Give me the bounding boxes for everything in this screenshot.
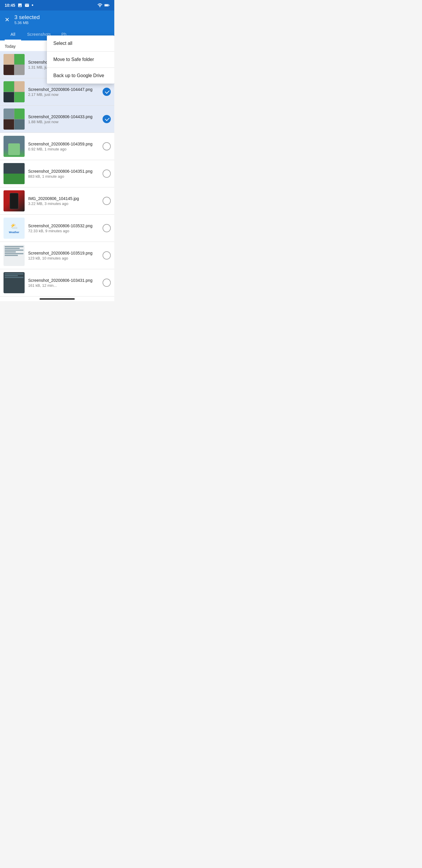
file-meta: 883 kB, 1 minute ago	[28, 174, 100, 179]
file-thumbnail	[3, 54, 25, 75]
file-meta: 123 kB, 10 minutes ago	[28, 256, 100, 260]
file-name: Screenshot_20200806-103532.png	[28, 223, 100, 228]
file-item[interactable]: IMG_20200806_104145.jpg 3.22 MB, 3 minut…	[0, 187, 114, 215]
file-thumbnail: ⛅ Weather	[3, 218, 25, 239]
file-meta: 1.88 MB, just now	[28, 120, 100, 124]
file-name: Screenshot_20200806-104447.png	[28, 87, 100, 92]
selection-count: 3 selected	[14, 14, 109, 21]
notification-dot: •	[32, 3, 33, 8]
selection-info: 3 selected 5.36 MB	[14, 14, 109, 25]
file-checkbox[interactable]	[103, 115, 111, 123]
file-item[interactable]: Screenshot_20200806-103431.png 161 kB, 1…	[0, 269, 114, 297]
file-item[interactable]: Screenshot_20200806-104433.png 1.88 MB, …	[0, 105, 114, 133]
battery-icon	[104, 3, 109, 7]
file-list: Screenshot_20200806-104500.png 1.31 MB, …	[0, 51, 114, 297]
toolbar-top: ✕ 3 selected 5.36 MB	[5, 14, 109, 29]
file-meta: 2.17 MB, just now	[28, 92, 100, 97]
dropdown-select-all[interactable]: Select all	[47, 35, 114, 51]
status-time: 10:45	[5, 3, 15, 8]
file-thumbnail	[3, 108, 25, 130]
file-info: IMG_20200806_104145.jpg 3.22 MB, 3 minut…	[28, 196, 100, 206]
file-checkbox[interactable]	[103, 224, 111, 232]
svg-rect-2	[109, 5, 109, 6]
nav-handle	[39, 298, 75, 300]
file-info: Screenshot_20200806-104447.png 2.17 MB, …	[28, 87, 100, 97]
file-name: Screenshot_20200806-104359.png	[28, 142, 100, 146]
status-right	[97, 3, 109, 7]
photo-icon	[18, 3, 22, 8]
file-checkbox[interactable]	[103, 197, 111, 205]
file-thumbnail	[3, 136, 25, 157]
close-button[interactable]: ✕	[5, 17, 10, 23]
file-info: Screenshot_20200806-104351.png 883 kB, 1…	[28, 169, 100, 179]
file-meta: 0.92 MB, 1 minute ago	[28, 147, 100, 151]
file-checkbox[interactable]	[103, 169, 111, 178]
file-meta: 161 kB, 12 min...	[28, 283, 100, 288]
file-checkbox[interactable]	[103, 142, 111, 150]
file-thumbnail	[3, 81, 25, 102]
file-info: Screenshot_20200806-103532.png 72.33 kB,…	[28, 223, 100, 233]
file-item[interactable]: Screenshot_20200806-103519.png 123 kB, 1…	[0, 242, 114, 269]
file-info: Screenshot_20200806-103431.png 161 kB, 1…	[28, 278, 100, 288]
tab-all[interactable]: All	[5, 29, 21, 40]
file-info: Screenshot_20200806-104433.png 1.88 MB, …	[28, 114, 100, 124]
dropdown-backup-drive[interactable]: Back up to Google Drive	[47, 68, 114, 84]
file-thumbnail	[3, 190, 25, 211]
file-thumbnail	[3, 245, 25, 266]
mail-icon	[25, 3, 29, 8]
wifi-icon	[97, 3, 103, 7]
dropdown-menu: Select all Move to Safe folder Back up t…	[47, 35, 114, 84]
file-item[interactable]: ⛅ Weather Screenshot_20200806-103532.png…	[0, 215, 114, 242]
file-meta: 72.33 kB, 9 minutes ago	[28, 229, 100, 233]
nav-bar	[0, 297, 114, 301]
file-name: Screenshot_20200806-103431.png	[28, 278, 100, 283]
file-name: Screenshot_20200806-104433.png	[28, 114, 100, 119]
file-name: Screenshot_20200806-104351.png	[28, 169, 100, 174]
file-checkbox[interactable]	[103, 279, 111, 287]
file-info: Screenshot_20200806-103519.png 123 kB, 1…	[28, 251, 100, 260]
file-item[interactable]: Screenshot_20200806-104359.png 0.92 MB, …	[0, 133, 114, 160]
file-name: IMG_20200806_104145.jpg	[28, 196, 100, 201]
toolbar: ✕ 3 selected 5.36 MB All Screenshots Ph.…	[0, 10, 114, 40]
status-left: 10:45 •	[5, 3, 33, 8]
file-checkbox[interactable]	[103, 88, 111, 96]
file-name: Screenshot_20200806-103519.png	[28, 251, 100, 255]
file-thumbnail	[3, 163, 25, 184]
file-checkbox[interactable]	[103, 251, 111, 259]
svg-rect-1	[105, 5, 108, 6]
status-bar: 10:45 •	[0, 0, 114, 10]
file-item[interactable]: Screenshot_20200806-104351.png 883 kB, 1…	[0, 160, 114, 187]
file-thumbnail	[3, 272, 25, 293]
dropdown-move-safe[interactable]: Move to Safe folder	[47, 52, 114, 67]
file-meta: 3.22 MB, 3 minutes ago	[28, 202, 100, 206]
selection-size: 5.36 MB	[14, 21, 109, 25]
file-info: Screenshot_20200806-104359.png 0.92 MB, …	[28, 142, 100, 151]
